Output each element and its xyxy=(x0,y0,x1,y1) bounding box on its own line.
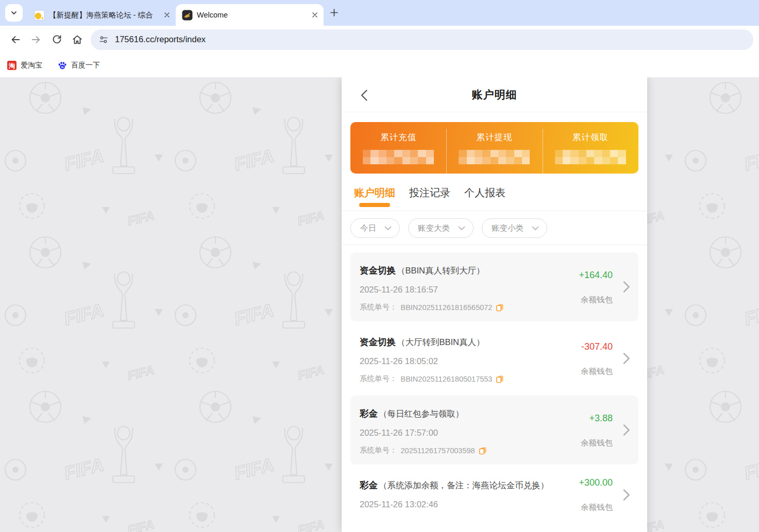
transaction-row[interactable]: 资金切换（大厅转到BBIN真人） 2025-11-26 18:05:02 系统单… xyxy=(350,324,638,393)
filter-major-type-dropdown[interactable]: 账变大类 xyxy=(408,218,474,238)
stat-label: 累计充值 xyxy=(350,132,446,143)
back-button[interactable] xyxy=(5,29,26,50)
filter-label: 今日 xyxy=(360,223,376,234)
browser-toolbar: 175616.cc/reports/index xyxy=(0,26,759,53)
browser-tab-welcome[interactable]: Welcome xyxy=(176,4,324,26)
item-wallet: 余额钱包 xyxy=(581,295,613,305)
transaction-amount-block: +300.00 余额钱包 xyxy=(563,477,629,513)
item-note: （BBIN真人转到大厅） xyxy=(397,266,485,275)
item-datetime: 2025-11-26 18:16:57 xyxy=(360,285,560,295)
order-number: BBIN202511261805017553 xyxy=(401,375,493,383)
item-order-row: 系统单号：202511261757003598 xyxy=(360,445,560,455)
page-back-button[interactable] xyxy=(357,89,370,102)
filter-label: 账变小类 xyxy=(492,223,524,234)
page-title: 账户明细 xyxy=(472,88,517,102)
item-datetime: 2025-11-26 18:05:02 xyxy=(360,356,560,366)
censored-value xyxy=(459,150,530,164)
item-note: （大厅转到BBIN真人） xyxy=(397,337,485,347)
web-page: FIFA FIFA 账户明细 累计充值 xyxy=(0,77,759,532)
transaction-amount-block: +164.40 余额钱包 xyxy=(563,263,629,312)
url-bar[interactable]: 175616.cc/reports/index xyxy=(91,29,753,50)
item-note: （每日红包参与领取） xyxy=(379,409,464,418)
item-type: 彩金 xyxy=(360,408,378,419)
tab-search-button[interactable] xyxy=(5,4,23,22)
tab-bet-records[interactable]: 投注记录 xyxy=(409,186,450,211)
tab-personal-report[interactable]: 个人报表 xyxy=(464,186,505,211)
item-type: 资金切换 xyxy=(360,337,396,347)
item-datetime: 2025-11-26 17:57:00 xyxy=(360,428,560,438)
chevron-right-icon xyxy=(623,424,630,436)
url-text: 175616.cc/reports/index xyxy=(115,35,206,44)
transaction-info: 资金切换（大厅转到BBIN真人） 2025-11-26 18:05:02 系统单… xyxy=(360,334,563,384)
tab-title: Welcome xyxy=(197,11,306,19)
stat-label: 累计提现 xyxy=(446,132,542,143)
browser-tab-strip: 【新提醒】海燕策略论坛 - 综合 Welcome xyxy=(0,0,759,26)
forward-button[interactable] xyxy=(26,29,46,50)
filter-minor-type-dropdown[interactable]: 账变小类 xyxy=(482,218,547,238)
item-wallet: 余额钱包 xyxy=(581,438,613,449)
filter-date-dropdown[interactable]: 今日 xyxy=(350,218,400,238)
new-tab-button[interactable] xyxy=(330,8,339,19)
item-order-row: 系统单号：BBIN202511261816565072 xyxy=(360,302,560,312)
transaction-row[interactable]: 资金切换（BBIN真人转到大厅） 2025-11-26 18:16:57 系统单… xyxy=(350,252,638,321)
transaction-list: 资金切换（BBIN真人转到大厅） 2025-11-26 18:16:57 系统单… xyxy=(342,245,647,522)
filter-label: 账变大类 xyxy=(418,223,450,234)
site-settings-icon xyxy=(99,35,108,44)
copy-icon[interactable] xyxy=(496,303,504,312)
transaction-row[interactable]: 彩金（每日红包参与领取） 2025-11-26 17:57:00 系统单号：20… xyxy=(350,396,638,465)
transaction-amount-block: -307.40 余额钱包 xyxy=(563,334,629,384)
chevron-left-icon xyxy=(360,89,368,101)
stat-label: 累计领取 xyxy=(543,132,638,143)
tab-title: 【新提醒】海燕策略论坛 - 综合 xyxy=(49,10,158,20)
forum-page-icon xyxy=(34,10,45,21)
chevron-down-icon xyxy=(10,9,18,16)
bookmark-taobao[interactable]: 淘 爱淘宝 xyxy=(7,61,42,70)
bookmark-baidu[interactable]: du 百度一下 xyxy=(58,61,100,70)
forward-arrow-icon xyxy=(30,34,42,45)
reload-button[interactable] xyxy=(46,29,67,50)
stat-total-claimed: 累计领取 xyxy=(543,132,638,164)
transaction-row[interactable]: 彩金（系统添加余额，备注：海燕论坛金币兑换） 2025-11-26 13:02:… xyxy=(350,467,638,522)
stat-total-deposit: 累计充值 xyxy=(350,132,446,164)
censored-value xyxy=(555,150,626,164)
order-label: 系统单号： xyxy=(360,445,397,455)
tab-account-detail[interactable]: 账户明细 xyxy=(354,186,395,211)
item-amount: +164.40 xyxy=(579,270,613,281)
item-wallet: 余额钱包 xyxy=(581,366,613,377)
transaction-amount-block: +3.88 余额钱包 xyxy=(563,406,629,455)
browser-tab-forum[interactable]: 【新提醒】海燕策略论坛 - 综合 xyxy=(28,4,176,26)
item-amount: +3.88 xyxy=(589,413,613,424)
item-amount: -307.40 xyxy=(581,341,613,352)
account-detail-panel: 账户明细 累计充值 累计提现 累计领取 账户明细 投注记录 个人报表 今日 xyxy=(342,77,647,532)
chevron-down-icon xyxy=(458,226,465,231)
chevron-right-icon xyxy=(623,352,630,365)
order-number: BBIN202511261816565072 xyxy=(401,303,493,312)
copy-icon[interactable] xyxy=(479,447,487,455)
summary-card: 累计充值 累计提现 累计领取 xyxy=(350,122,638,174)
item-amount: +300.00 xyxy=(579,477,613,488)
report-tabs: 账户明细 投注记录 个人报表 xyxy=(342,174,647,211)
tab-close-icon[interactable] xyxy=(310,10,319,20)
home-button[interactable] xyxy=(67,29,88,50)
baidu-paw-icon: du xyxy=(58,61,67,70)
transaction-info: 彩金（系统添加余额，备注：海燕论坛金币兑换） 2025-11-26 13:02:… xyxy=(360,477,563,513)
chevron-down-icon xyxy=(532,226,539,231)
transaction-info: 资金切换（BBIN真人转到大厅） 2025-11-26 18:16:57 系统单… xyxy=(360,263,563,312)
svg-text:淘: 淘 xyxy=(8,62,15,69)
item-wallet: 余额钱包 xyxy=(581,502,613,513)
item-type: 资金切换 xyxy=(360,265,396,276)
svg-text:du: du xyxy=(61,66,64,68)
order-label: 系统单号： xyxy=(360,302,397,312)
item-type: 彩金 xyxy=(360,480,378,490)
censored-value xyxy=(363,150,434,164)
bookmark-label: 百度一下 xyxy=(71,61,100,70)
tab-close-icon[interactable] xyxy=(162,10,172,20)
bookmarks-bar: 淘 爱淘宝 du 百度一下 xyxy=(0,53,759,77)
panel-header: 账户明细 xyxy=(342,77,647,112)
taobao-icon: 淘 xyxy=(7,61,16,70)
stat-total-withdraw: 累计提现 xyxy=(446,132,542,164)
item-order-row: 系统单号：BBIN202511261805017553 xyxy=(360,374,560,384)
back-arrow-icon xyxy=(10,34,21,45)
copy-icon[interactable] xyxy=(496,375,504,383)
bookmark-label: 爱淘宝 xyxy=(21,61,42,70)
